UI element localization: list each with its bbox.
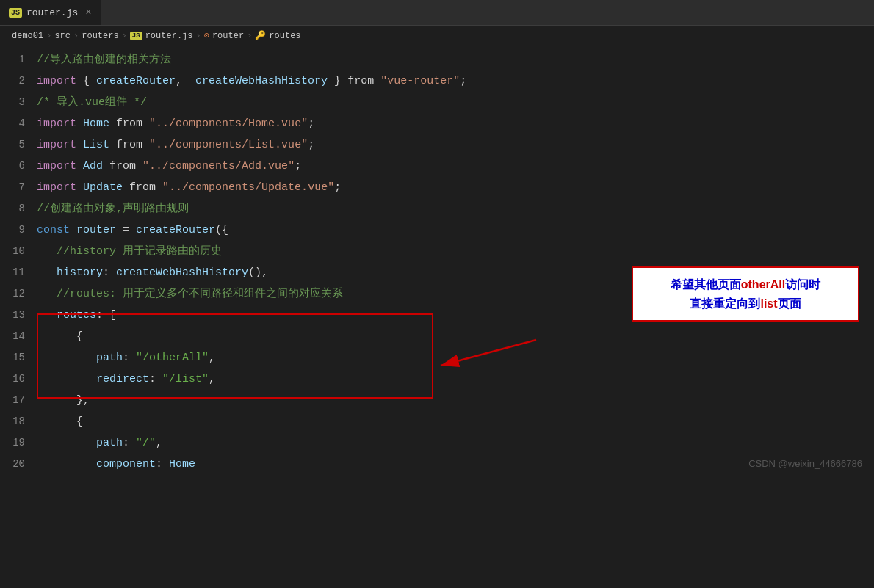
line-19: 19 path: "/", bbox=[0, 432, 874, 454]
line-18: 18 { bbox=[0, 411, 874, 432]
tab-filename: router.js bbox=[26, 7, 78, 18]
line-3: 3 /* 导入.vue组件 */ bbox=[0, 92, 874, 113]
line-4: 4 import Home from "../components/Home.v… bbox=[0, 113, 874, 134]
line-15: 15 path: "/otherAll", bbox=[0, 347, 874, 369]
watermark: CSDN @weixin_44666786 bbox=[748, 458, 862, 469]
breadcrumb-routers: routers bbox=[82, 31, 118, 41]
router-tab[interactable]: JS router.js × bbox=[0, 0, 101, 25]
line-14: 14 { bbox=[0, 326, 874, 347]
annotation-otherall: otherAll bbox=[741, 278, 785, 291]
line-17: 17 }, bbox=[0, 390, 874, 411]
js-icon: JS bbox=[9, 8, 22, 18]
line-6: 6 import Add from "../components/Add.vue… bbox=[0, 156, 874, 177]
line-1: 1 //导入路由创建的相关方法 bbox=[0, 49, 874, 70]
breadcrumb-router: router bbox=[212, 31, 244, 41]
breadcrumb-routerjs: router.js bbox=[145, 31, 193, 41]
breadcrumb-routes: routes bbox=[269, 31, 300, 41]
line-5: 5 import List from "../components/List.v… bbox=[0, 134, 874, 156]
line-2: 2 import { createRouter, createWebHashHi… bbox=[0, 70, 874, 92]
annotation-box: 希望其他页面otherAll访问时 直接重定向到list页面 bbox=[632, 266, 859, 322]
annotation-text-line2: 直接重定向到list页面 bbox=[690, 297, 801, 310]
breadcrumb: demo01 › src › routers › JS router.js › … bbox=[0, 26, 874, 46]
line-7: 7 import Update from "../components/Upda… bbox=[0, 177, 874, 198]
tab-bar: JS router.js × bbox=[0, 0, 874, 26]
annotation-text-line1: 希望其他页面otherAll访问时 bbox=[671, 278, 820, 291]
annotation-list: list bbox=[760, 297, 777, 310]
code-editor: 1 //导入路由创建的相关方法 2 import { createRouter,… bbox=[0, 46, 874, 475]
line-8: 8 //创建路由对象,声明路由规则 bbox=[0, 198, 874, 219]
breadcrumb-router-icon: ⊙ bbox=[204, 30, 209, 41]
breadcrumb-src: src bbox=[54, 31, 71, 41]
breadcrumb-routes-icon: 🔑 bbox=[255, 30, 266, 41]
line-20: 20 component: Home bbox=[0, 454, 874, 475]
line-10: 10 //history 用于记录路由的历史 bbox=[0, 241, 874, 262]
line-9: 9 const router = createRouter({ bbox=[0, 219, 874, 241]
breadcrumb-demo01: demo01 bbox=[12, 31, 43, 41]
line-16: 16 redirect: "/list", bbox=[0, 369, 874, 390]
breadcrumb-js-badge: JS bbox=[130, 32, 142, 40]
tab-close-icon[interactable]: × bbox=[85, 7, 91, 18]
